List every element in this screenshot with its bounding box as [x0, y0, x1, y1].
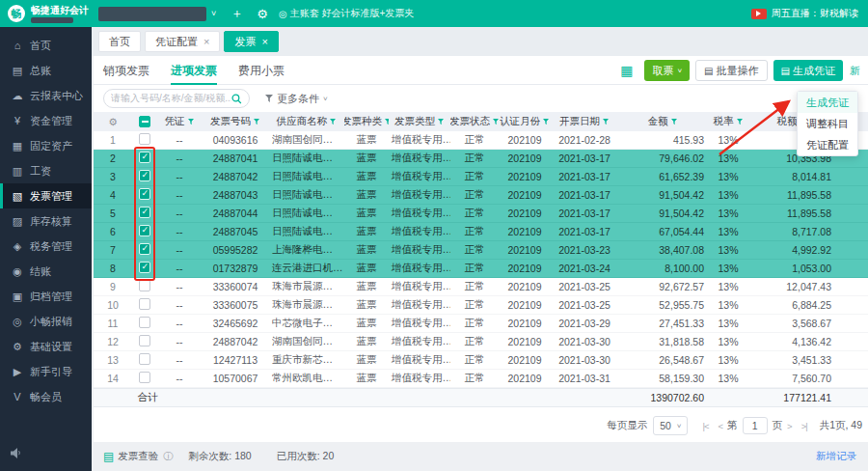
filter-funnel-icon[interactable] — [670, 119, 676, 125]
row-checkbox[interactable] — [139, 280, 150, 291]
next-page-icon[interactable]: > — [787, 421, 792, 431]
row-checkbox[interactable] — [139, 317, 150, 328]
per-page-select[interactable]: 50 ˅ — [653, 416, 688, 435]
column-settings-header[interactable]: ⚙ — [94, 112, 132, 131]
sidebar-item-member[interactable]: V畅会员 — [0, 384, 92, 409]
column-header-invoice-type[interactable]: 发票类型 — [389, 112, 450, 131]
cell-supplier-name: 中芯微电子… — [269, 317, 344, 330]
filter-funnel-icon[interactable] — [438, 119, 444, 125]
sidebar-item-closing[interactable]: ◉结账 — [0, 259, 92, 284]
invoice-subtab-0[interactable]: 销项发票 — [103, 56, 149, 85]
sidebar-item-cloud-report[interactable]: ☁云报表中心 — [0, 83, 92, 108]
table-row[interactable]: 4--24887043日照陆诚电…蓝票增值税专用…正常2021092021-03… — [94, 186, 868, 205]
menu-item-1[interactable]: 调整科目 — [798, 113, 857, 134]
row-checkbox[interactable] — [139, 262, 150, 273]
sidebar-item-ledger[interactable]: ▤总账 — [0, 58, 92, 83]
gear-icon[interactable]: ⚙ — [257, 7, 268, 21]
page-number-input[interactable]: 1 — [743, 417, 768, 434]
filter-funnel-icon[interactable] — [603, 119, 609, 125]
column-header-tax-rate[interactable]: 税率 — [707, 112, 749, 131]
search-input[interactable]: 请输入号码/名称/金额/税额... — [103, 89, 250, 108]
table-row[interactable]: 3--24887042日照陆诚电…蓝票增值税专用…正常2021092021-03… — [94, 168, 868, 186]
sidebar-item-guide[interactable]: ▶新手引导 — [0, 359, 92, 384]
live-badge-icon — [751, 9, 767, 19]
row-checkbox[interactable] — [139, 207, 150, 218]
invoice-check-label[interactable]: 发票查验 — [118, 450, 158, 463]
window-tab-0[interactable]: 首页 — [98, 31, 141, 52]
window-tab-1[interactable]: 凭证配置× — [145, 31, 220, 52]
batch-actions-button[interactable]: ▤ 批量操作 — [695, 60, 767, 81]
sidebar-item-home[interactable]: ⌂首页 — [0, 33, 92, 58]
sidebar-item-reimburse[interactable]: ◎小畅报销 — [0, 309, 92, 334]
column-header-invoice-number[interactable]: 发票号码 — [202, 112, 269, 131]
first-page-icon[interactable]: |< — [702, 421, 708, 431]
add-record-link[interactable]: 新增记录 — [816, 450, 856, 463]
sidebar-item-settings[interactable]: ⚙基础设置 — [0, 334, 92, 359]
grid-view-icon[interactable]: ▦ — [620, 63, 633, 78]
filter-funnel-icon[interactable] — [330, 119, 336, 125]
sidebar-item-fixed-assets[interactable]: ▦固定资产 — [0, 133, 92, 158]
sidebar-item-invoice[interactable]: ▧发票管理 — [0, 183, 92, 208]
sidebar-item-tax[interactable]: ◈税务管理 — [0, 234, 92, 259]
row-checkbox[interactable] — [139, 243, 150, 255]
column-header-invoice-status[interactable]: 发票状态 — [450, 112, 499, 131]
column-header-invoice-kind[interactable]: 发票种类 — [344, 112, 389, 131]
column-header-invoice-date[interactable]: 开票日期 — [551, 112, 618, 131]
filter-funnel-icon[interactable] — [385, 119, 389, 125]
prev-page-icon[interactable]: < — [719, 421, 723, 431]
cell-invoice-status: 正常 — [450, 317, 499, 330]
row-checkbox[interactable] — [139, 225, 150, 236]
filter-funnel-icon[interactable] — [736, 119, 742, 125]
account-chevron-down-icon[interactable]: ˅ — [211, 9, 216, 18]
window-tab-2[interactable]: 发票× — [224, 31, 278, 52]
info-icon[interactable]: ⓘ — [163, 450, 173, 463]
select-all-header[interactable] — [132, 112, 157, 131]
sidebar-item-archive[interactable]: ▣归档管理 — [0, 284, 92, 309]
generate-voucher-button[interactable]: ▤ 生成凭证 — [773, 60, 843, 81]
row-checkbox[interactable] — [139, 353, 150, 365]
sidebar-item-funds[interactable]: ¥资金管理 — [0, 108, 92, 133]
menu-item-2[interactable]: 凭证配置 — [798, 134, 857, 155]
filter-funnel-icon[interactable] — [254, 119, 259, 125]
table-row[interactable]: 14--10570067常州欧凯电…蓝票增值税专用…正常2021092021-0… — [94, 370, 868, 388]
row-checkbox[interactable] — [139, 170, 150, 181]
row-checkbox[interactable] — [139, 152, 150, 163]
column-header-voucher[interactable]: 凭证 — [157, 112, 202, 131]
column-header-amount[interactable]: 金额 — [618, 112, 707, 131]
row-checkbox[interactable] — [139, 188, 150, 200]
row-checkbox[interactable] — [139, 133, 150, 145]
table-row[interactable]: 12--24887042湖南国创同…蓝票增值税专用…正常2021092021-0… — [94, 333, 868, 351]
table-row[interactable]: 1--04093616湖南国创同…蓝票增值税专用…正常2021092021-02… — [94, 131, 868, 150]
live-banner-link[interactable]: 周五直播：财税解读 — [772, 7, 858, 20]
invoice-subtab-1[interactable]: 进项发票 — [171, 56, 217, 85]
sidebar-item-inventory[interactable]: ▨库存核算 — [0, 208, 92, 234]
column-header-auth-month[interactable]: 认证月份 — [499, 112, 551, 131]
table-row[interactable]: 11--32465692中芯微电子…蓝票增值税专用…正常2021092021-0… — [94, 315, 868, 333]
table-row[interactable]: 5--24887044日照陆诚电…蓝票增值税专用…正常2021092021-03… — [94, 205, 868, 223]
invoice-subtab-2[interactable]: 费用小票 — [238, 56, 285, 85]
close-icon[interactable]: × — [261, 36, 267, 47]
filter-funnel-icon[interactable] — [543, 119, 549, 125]
add-icon[interactable]: ＋ — [231, 5, 243, 22]
menu-item-0[interactable]: 生成凭证 — [798, 92, 857, 113]
table-row[interactable]: 6--24887045日照陆诚电…蓝票增值税专用…正常2021092021-03… — [94, 223, 868, 241]
row-checkbox[interactable] — [139, 335, 150, 346]
sidebar-item-payroll[interactable]: ▥工资 — [0, 158, 92, 183]
speaker-icon[interactable] — [10, 446, 22, 463]
last-page-icon[interactable]: >| — [801, 421, 807, 431]
row-checkbox[interactable] — [139, 372, 150, 383]
table-row[interactable]: 2--24887041日照陆诚电…蓝票增值税专用…正常2021092021-03… — [94, 150, 868, 168]
row-checkbox[interactable] — [139, 298, 150, 310]
select-all-checkbox[interactable] — [139, 116, 150, 127]
table-row[interactable]: 7--05995282上海隆桦电…蓝票增值税专用…正常2021092021-03… — [94, 241, 868, 260]
fetch-invoice-button[interactable]: 取票 ˅ — [644, 60, 690, 81]
filter-funnel-icon[interactable] — [187, 119, 193, 125]
close-icon[interactable]: × — [203, 36, 209, 47]
table-row[interactable]: 9--33360074珠海市晨源…蓝票增值税专用…正常2021092021-03… — [94, 278, 868, 296]
table-row[interactable]: 8--01732879连云港进口机…蓝票增值税专用…正常2021092021-0… — [94, 260, 868, 278]
table-row[interactable]: 13--12427113重庆市新芯…蓝票增值税专用…正常2021092021-0… — [94, 351, 868, 370]
table-row[interactable]: 10--33360075珠海市晨源…蓝票增值税专用…正常2021092021-0… — [94, 296, 868, 315]
new-button-cutoff[interactable]: 新 — [850, 64, 864, 78]
column-header-supplier-name[interactable]: 供应商名称 — [269, 112, 344, 131]
more-filters-button[interactable]: 更多条件 ˅ — [265, 92, 328, 106]
